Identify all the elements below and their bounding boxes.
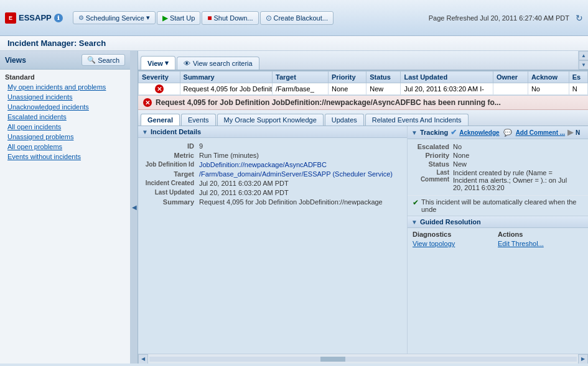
refresh-icon[interactable]: ↻ (576, 13, 583, 23)
incident-area: ✕ Request 4,095 for Job Definition JobDe… (138, 96, 588, 364)
acknowledge-button[interactable]: Acknowledge (459, 129, 499, 136)
content-area: View ▾ 👁 View search criteria ▲ ▼ Severi… (138, 51, 588, 364)
more-label: N (576, 129, 580, 136)
search-icon: 🔍 (87, 56, 96, 64)
tab-related-events[interactable]: Related Events And Incidents (365, 114, 469, 126)
col-owner[interactable]: Owner (493, 71, 528, 83)
guided-panel: ▼ Guided Resolution Diagnostics View top… (408, 216, 588, 250)
bottom-scrollbar: ◀ ▶ (138, 354, 588, 364)
col-summary[interactable]: Summary (180, 71, 272, 83)
col-es[interactable]: Es (569, 71, 587, 83)
col-status[interactable]: Status (366, 71, 401, 83)
row-es: N (569, 83, 587, 95)
col-severity[interactable]: Severity (139, 71, 180, 83)
row-summary: Request 4,095 for Job Definition JobDefi… (180, 83, 272, 95)
row-acknowledge: No (528, 83, 569, 95)
tracking-title: Tracking (420, 129, 448, 136)
left-panel: ▼ Incident Details ID 9 Metric Run Time … (138, 126, 408, 354)
tab-oracle-support[interactable]: My Oracle Support Knowledge (217, 114, 324, 126)
view-topology-link[interactable]: View topology (413, 240, 498, 247)
id-label: ID (143, 142, 199, 150)
table-row[interactable]: ✕ Request 4,095 for Job Definition JobDe… (139, 83, 588, 95)
row-owner (493, 83, 528, 95)
blackout-icon: ⊙ (266, 14, 272, 22)
search-button[interactable]: 🔍 Search (82, 54, 125, 66)
sidebar-collapse-arrow[interactable]: ◀ (131, 51, 138, 364)
last-updated-label: Last Updated (143, 189, 199, 196)
app-title: E ESSAPP ℹ (5, 12, 63, 24)
actions-title: Actions (498, 231, 583, 238)
sidebar: Views 🔍 Search Standard My open incident… (0, 51, 131, 364)
binoculars-icon: 👁 (184, 60, 190, 67)
severity-error-icon: ✕ (155, 85, 164, 93)
sidebar-section-label: Standard (0, 70, 130, 82)
start-up-button[interactable]: ▶ Start Up (157, 11, 200, 25)
tab-view-search-criteria[interactable]: 👁 View search criteria (177, 57, 259, 70)
summary-label: Summary (143, 198, 199, 206)
right-panel: ▼ Tracking ✔ Acknowledge 💬 Add Comment .… (408, 126, 588, 354)
add-comment-button[interactable]: Add Comment ... (516, 129, 565, 136)
collapse-icon[interactable]: ▼ (142, 129, 148, 135)
comment-icon: 💬 (503, 129, 512, 137)
scroll-up-arrow[interactable]: ▲ (579, 51, 588, 60)
shut-down-button[interactable]: ■ Shut Down... (202, 11, 258, 25)
row-severity: ✕ (139, 83, 180, 95)
tab-events[interactable]: Events (181, 114, 216, 126)
edit-thresholds-link[interactable]: Edit Threshol... (498, 240, 583, 247)
sidebar-item-my-open[interactable]: My open incidents and problems (0, 82, 130, 92)
incident-created-label: Incident Created (143, 180, 199, 186)
row-status: New (366, 83, 401, 95)
sidebar-item-events-without[interactable]: Events without incidents (0, 152, 130, 162)
more-icon: ▶ (567, 128, 573, 137)
sidebar-item-unacknowledged[interactable]: Unacknowledged incidents (0, 102, 130, 112)
toolbar-buttons: ⚙ Scheduling Service ▾ ▶ Start Up ■ Shut… (73, 11, 334, 25)
auto-clear-row: ✔ This incident will be automatically cl… (408, 195, 588, 216)
incident-details-header: ▼ Incident Details (138, 126, 407, 138)
col-acknowledge[interactable]: Acknow (528, 71, 569, 83)
status-value: New (453, 160, 583, 168)
tab-view[interactable]: View ▾ (141, 56, 175, 70)
job-value: JobDefinition://newpackage/AsyncADFBC (199, 161, 402, 168)
tracking-grid: Escalated No Priority None Status New (408, 139, 588, 195)
scheduling-service-button[interactable]: ⚙ Scheduling Service ▾ (73, 11, 156, 24)
sidebar-item-unassigned-problems[interactable]: Unassigned problems (0, 132, 130, 142)
h-scroll-track[interactable] (149, 357, 577, 362)
detail-row-summary: Summary Request 4,095 for Job Definition… (143, 198, 402, 206)
summary-value: Request 4,095 for Job Definition JobDefi… (199, 198, 402, 206)
sidebar-item-all-open-incidents[interactable]: All open incidents (0, 122, 130, 132)
info-icon[interactable]: ℹ (54, 14, 63, 22)
top-bar: E ESSAPP ℹ ⚙ Scheduling Service ▾ ▶ Star… (0, 0, 588, 36)
guided-collapse-icon[interactable]: ▼ (411, 219, 418, 226)
auto-clear-text: This incident will be automatically clea… (421, 198, 583, 213)
breadcrumb: Incident Manager: Search (0, 36, 588, 51)
detail-row-id: ID 9 (143, 142, 402, 150)
sidebar-item-all-open-problems[interactable]: All open problems (0, 142, 130, 152)
app-title-text: ESSAPP (19, 13, 52, 22)
diagnostics-col: Diagnostics View topology (413, 231, 498, 247)
tracking-collapse-icon[interactable]: ▼ (411, 129, 418, 136)
row-target: /Farm/base_ (273, 83, 329, 95)
create-blackout-button[interactable]: ⊙ Create Blackout... (260, 11, 334, 25)
tracking-row-comment: Last Comment Incident created by rule (N… (413, 169, 583, 191)
col-last-updated[interactable]: Last Updated (401, 71, 493, 83)
diagnostics-title: Diagnostics (413, 231, 498, 238)
priority-label: Priority (413, 152, 453, 159)
guided-title: Guided Resolution (420, 218, 481, 226)
sidebar-item-escalated[interactable]: Escalated incidents (0, 112, 130, 122)
tabs-bar: View ▾ 👁 View search criteria ▲ ▼ (138, 51, 588, 71)
page-refreshed-text: Page Refreshed Jul 20, 2011 6:27:40 AM P… (429, 14, 569, 22)
row-priority: None (329, 83, 366, 95)
col-target[interactable]: Target (273, 71, 329, 83)
tab-general[interactable]: General (141, 114, 180, 126)
sidebar-item-unassigned-incidents[interactable]: Unassigned incidents (0, 92, 130, 102)
shut-down-icon: ■ (207, 14, 212, 22)
scroll-right-arrow[interactable]: ▶ (578, 354, 588, 364)
shut-down-label: Shut Down... (214, 14, 253, 22)
col-priority[interactable]: Priority (329, 71, 366, 83)
tracking-row-escalated: Escalated No (413, 143, 583, 150)
scroll-down-arrow[interactable]: ▼ (579, 60, 588, 70)
tab-updates[interactable]: Updates (325, 114, 364, 126)
scroll-left-arrow[interactable]: ◀ (138, 354, 148, 364)
comment-label: Last Comment (413, 169, 453, 183)
escalated-label: Escalated (413, 143, 453, 150)
